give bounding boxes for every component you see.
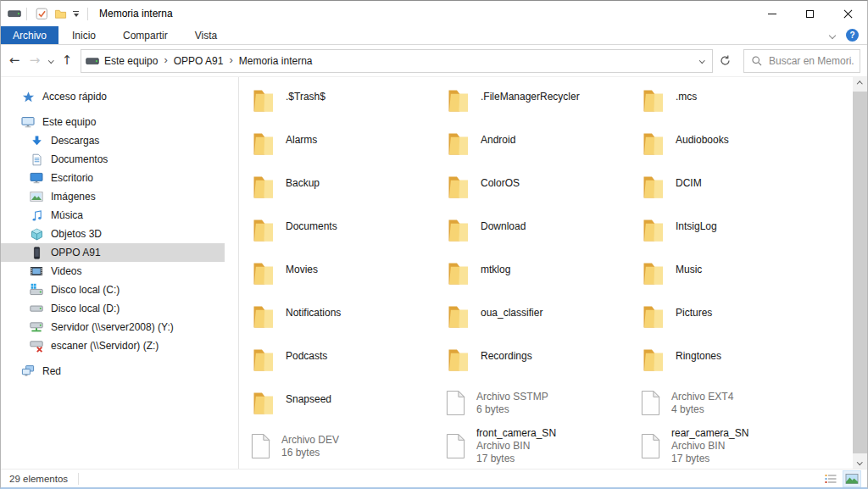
tile-size: 6 bytes [476, 403, 548, 416]
tile-name: Alarms [286, 134, 317, 147]
folder-icon [445, 175, 470, 200]
ribbon-expand-chevron-icon[interactable] [829, 31, 836, 38]
sidebar-item-label: Servidor (\\server2008) (Y:) [51, 321, 174, 333]
tab-compartir[interactable]: Compartir [109, 26, 181, 44]
folder-tile-mtklog[interactable]: mtklog [442, 252, 637, 295]
tab-vista[interactable]: Vista [181, 26, 231, 44]
folder-tile-snapseed[interactable]: Snapseed [247, 381, 442, 425]
sidebar-item-documentos[interactable]: Documentos [1, 150, 225, 169]
refresh-button[interactable] [713, 49, 737, 73]
folder-tile-pictures[interactable]: Pictures [637, 295, 832, 338]
scroll-down-button[interactable] [853, 455, 867, 469]
folder-tile-coloros[interactable]: ColorOS [442, 165, 637, 208]
qat-properties-button[interactable] [35, 7, 48, 20]
folder-tile-documents[interactable]: Documents [247, 208, 442, 252]
folder-tile-trash[interactable]: .$Trash$ [247, 79, 442, 122]
close-button[interactable] [829, 1, 867, 26]
folder-tile-filemanagerrecycler[interactable]: .FileManagerRecycler [442, 79, 637, 122]
folder-tile-download[interactable]: Download [442, 208, 637, 252]
tile-name: front_camera_SN [476, 427, 556, 440]
folder-tile-notifications[interactable]: Notifications [247, 295, 442, 338]
address-dropdown-chevron-icon[interactable] [692, 50, 712, 72]
file-tile-archivo-sstmp[interactable]: Archivo SSTMP6 bytes [442, 381, 637, 425]
up-button[interactable]: ↑ [57, 54, 77, 67]
folder-icon [640, 175, 665, 200]
qat-customize-chevron-icon[interactable] [73, 11, 79, 17]
folder-tile-movies[interactable]: Movies [247, 252, 442, 295]
window-body: Acceso rápidoEste equipoDescargasDocumen… [1, 77, 867, 469]
folder-icon [640, 347, 665, 373]
back-button[interactable]: ← [4, 54, 25, 67]
forward-button[interactable]: → [25, 54, 45, 67]
folder-tile-recordings[interactable]: Recordings [442, 338, 637, 381]
folder-icon [445, 261, 470, 286]
folder-tile-android[interactable]: Android [442, 122, 637, 165]
sidebar-item-acceso-r-pido[interactable]: Acceso rápido [1, 87, 225, 106]
tab-inicio[interactable]: Inicio [58, 26, 109, 44]
folder-icon [640, 261, 665, 286]
sidebar-item-videos[interactable]: Videos [1, 262, 225, 281]
maximize-button[interactable] [791, 1, 829, 26]
file-tile-archivo-dev[interactable]: Archivo DEV16 bytes [247, 425, 442, 468]
tab-label: Archivo [13, 30, 47, 42]
items-count: 29 elementos [9, 474, 68, 484]
scrollbar-thumb[interactable] [853, 92, 867, 453]
folder-icon [445, 131, 470, 157]
folder-tile-backup[interactable]: Backup [247, 165, 442, 208]
folder-icon [250, 347, 275, 373]
sidebar-item-disco-local-c[interactable]: Disco local (C:) [1, 281, 225, 299]
breadcrumb-segment-oppo-a91[interactable]: OPPO A91 [169, 55, 229, 67]
folder-tile-podcasts[interactable]: Podcasts [247, 338, 442, 381]
tile-name: Snapseed [286, 393, 331, 406]
vertical-scrollbar [853, 77, 867, 469]
sidebar-item-descargas[interactable]: Descargas [1, 131, 225, 150]
sidebar-item-red[interactable]: Red [1, 362, 225, 381]
folder-tile-oua-classifier[interactable]: oua_classifier [442, 295, 637, 338]
scroll-up-button[interactable] [853, 77, 867, 91]
folder-icon [250, 175, 275, 200]
status-separator [78, 473, 79, 485]
folder-icon [640, 304, 665, 330]
breadcrumb-segment-este-equipo[interactable]: Este equipo [99, 55, 163, 67]
help-icon[interactable]: ? [846, 29, 859, 42]
address-bar[interactable]: Este equipo›OPPO A91›Memoria interna [81, 49, 713, 73]
sidebar-item-oppo-a91[interactable]: OPPO A91 [1, 243, 225, 262]
details-view-button[interactable] [822, 471, 839, 486]
tab-archivo[interactable]: Archivo [1, 26, 58, 44]
sidebar-item-escaner-servidor-z[interactable]: escaner (\\Servidor) (Z:) [1, 336, 225, 355]
recent-locations-chevron-icon[interactable] [45, 58, 57, 63]
window-drive-icon[interactable] [8, 7, 21, 20]
folder-tile-mcs[interactable]: .mcs [637, 79, 832, 122]
drive-icon-plain [30, 302, 43, 315]
sidebar-item-este-equipo[interactable]: Este equipo [1, 113, 225, 131]
documents-icon [30, 153, 43, 166]
folder-tile-dcim[interactable]: DCIM [637, 165, 832, 208]
music-icon [30, 208, 43, 222]
folder-tile-audiobooks[interactable]: Audiobooks [637, 122, 832, 165]
folder-tile-music[interactable]: Music [637, 252, 832, 295]
file-tile-archivo-ext4[interactable]: Archivo EXT44 bytes [637, 381, 832, 425]
tile-name: IntsigLog [676, 220, 717, 233]
file-tile-front-camera-sn[interactable]: front_camera_SNArchivo BIN17 bytes [442, 425, 637, 468]
sidebar-item-label: Red [42, 365, 61, 377]
folder-tile-alarms[interactable]: Alarms [247, 122, 442, 165]
sidebar-item-objetos-3d[interactable]: Objetos 3D [1, 225, 225, 243]
qat-new-folder-button[interactable] [53, 7, 67, 20]
search-input[interactable] [769, 55, 854, 67]
sidebar-item-label: Videos [51, 265, 81, 277]
breadcrumb-segment-memoria-interna[interactable]: Memoria interna [234, 55, 318, 67]
sidebar-item-m-sica[interactable]: Música [1, 206, 225, 225]
folder-tile-intsiglog[interactable]: IntsigLog [637, 208, 832, 252]
sidebar-item-servidor-server2008-y[interactable]: Servidor (\\server2008) (Y:) [1, 318, 225, 336]
sidebar-item-im-genes[interactable]: Imágenes [1, 187, 225, 206]
sidebar-item-escritorio[interactable]: Escritorio [1, 169, 225, 187]
tile-name: oua_classifier [481, 307, 542, 320]
minimize-button[interactable] [753, 1, 791, 26]
thumbnails-view-button[interactable] [843, 471, 860, 486]
sidebar-item-disco-local-d[interactable]: Disco local (D:) [1, 299, 225, 318]
folder-tile-ringtones[interactable]: Ringtones [637, 338, 832, 381]
maximize-icon [806, 10, 814, 18]
tile-name: Music [676, 264, 702, 276]
file-tile-rear-camera-sn[interactable]: rear_camera_SNArchivo BIN17 bytes [637, 425, 832, 468]
tile-name: .FileManagerRecycler [481, 91, 580, 103]
